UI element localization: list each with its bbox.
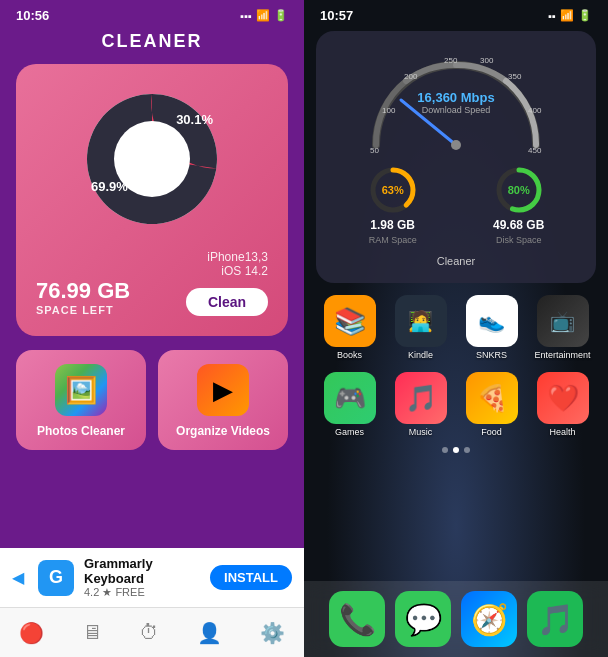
pie-card: 30.1% 69.9% 76.99 GB SPACE LEFT iPhone13… [16, 64, 288, 336]
photos-icon: 🖼️ [55, 364, 107, 416]
svg-text:400: 400 [528, 106, 542, 115]
ram-label: RAM Space [369, 235, 417, 245]
status-icons-right: ▪▪ 📶 🔋 [548, 9, 592, 22]
free-percent: 69.9% [91, 179, 128, 194]
snkrs-icon: 👟 [466, 295, 518, 347]
food-label: Food [481, 427, 502, 437]
dock-safari[interactable]: 🧭 [461, 591, 517, 647]
clean-button[interactable]: Clean [186, 288, 268, 316]
disk-pct: 80% [508, 184, 530, 196]
dot-2 [453, 447, 459, 453]
ad-name: Grammarly Keyboard [84, 556, 200, 586]
music-icon: 🎵 [395, 372, 447, 424]
music-label: Music [409, 427, 433, 437]
photos-cleaner-card[interactable]: 🖼️ Photos Cleaner [16, 350, 146, 450]
dock: 📞 💬 🧭 🎵 [304, 581, 608, 657]
metrics-row: 63% 1.98 GB RAM Space 80% 49.68 GB Disk … [330, 165, 582, 245]
nav-speed-icon[interactable]: ⏱ [139, 621, 159, 644]
app-music[interactable]: 🎵 Music [389, 372, 452, 437]
ram-value: 1.98 GB [370, 218, 415, 232]
app-snkrs[interactable]: 👟 SNKRS [460, 295, 523, 360]
disk-circle: 80% [494, 165, 544, 215]
svg-point-3 [451, 140, 461, 150]
snkrs-label: SNKRS [476, 350, 507, 360]
app-entertainment[interactable]: 📺 Entertainment [531, 295, 594, 360]
ram-circle: 63% [368, 165, 418, 215]
kindle-label: Kindle [408, 350, 433, 360]
widget-title: Cleaner [437, 255, 476, 267]
dock-spotify[interactable]: 🎵 [527, 591, 583, 647]
nav-settings-icon[interactable]: ⚙️ [260, 621, 285, 645]
disk-value: 49.68 GB [493, 218, 544, 232]
speed-label: Download Speed [417, 105, 494, 115]
status-bar-right: 10:57 ▪▪ 📶 🔋 [304, 0, 608, 27]
tools-row: 🖼️ Photos Cleaner ▶ Organize Videos [16, 350, 288, 450]
install-button[interactable]: INSTALL [210, 565, 292, 590]
ad-arrow-icon: ◀ [12, 568, 24, 587]
speedometer-container: 50 100 200 250 300 350 400 450 16,360 Mb… [330, 45, 582, 155]
health-label: Health [549, 427, 575, 437]
pie-svg [77, 84, 227, 234]
app-food[interactable]: 🍕 Food [460, 372, 523, 437]
cleaner-widget: 50 100 200 250 300 350 400 450 16,360 Mb… [316, 31, 596, 283]
wifi-icon: 📶 [256, 9, 270, 22]
food-icon: 🍕 [466, 372, 518, 424]
left-phone: 10:56 ▪▪▪ 📶 🔋 CLEANER 30.1% 69.9% [0, 0, 304, 657]
app-kindle[interactable]: 🧑‍💻 Kindle [389, 295, 452, 360]
entertainment-label: Entertainment [534, 350, 590, 360]
signal-right-icon: ▪▪ [548, 10, 556, 22]
ad-info: Grammarly Keyboard 4.2 ★ FREE [84, 556, 200, 599]
svg-text:350: 350 [508, 72, 522, 81]
health-icon: ❤️ [537, 372, 589, 424]
dot-1 [442, 447, 448, 453]
dot-3 [464, 447, 470, 453]
kindle-icon: 🧑‍💻 [395, 295, 447, 347]
dock-messages[interactable]: 💬 [395, 591, 451, 647]
organize-videos-card[interactable]: ▶ Organize Videos [158, 350, 288, 450]
app-grid-row1: 📚 Books 🧑‍💻 Kindle 👟 SNKRS 📺 Entertainme… [304, 291, 608, 364]
disk-metric: 80% 49.68 GB Disk Space [493, 165, 544, 245]
nav-cleaner-icon[interactable]: 🔴 [19, 621, 44, 645]
videos-icon: ▶ [197, 364, 249, 416]
speedometer: 50 100 200 250 300 350 400 450 16,360 Mb… [356, 45, 556, 155]
app-games[interactable]: 🎮 Games [318, 372, 381, 437]
used-percent: 30.1% [176, 112, 213, 127]
signal-icon: ▪▪▪ [240, 10, 252, 22]
speed-mbps: 16,360 Mbps [417, 90, 494, 105]
entertainment-icon: 📺 [537, 295, 589, 347]
nav-contacts-icon[interactable]: 👤 [197, 621, 222, 645]
svg-text:250: 250 [444, 56, 458, 65]
app-health[interactable]: ❤️ Health [531, 372, 594, 437]
storage-label: SPACE LEFT [36, 304, 130, 316]
disk-label: Disk Space [496, 235, 542, 245]
status-icons-left: ▪▪▪ 📶 🔋 [240, 9, 288, 22]
app-grid-row2: 🎮 Games 🎵 Music 🍕 Food ❤️ Health [304, 368, 608, 441]
games-icon: 🎮 [324, 372, 376, 424]
status-bar-left: 10:56 ▪▪▪ 📶 🔋 [0, 0, 304, 27]
svg-text:300: 300 [480, 56, 494, 65]
dock-phone[interactable]: 📞 [329, 591, 385, 647]
storage-row: 76.99 GB SPACE LEFT iPhone13,3 iOS 14.2 … [36, 250, 268, 316]
ram-metric: 63% 1.98 GB RAM Space [368, 165, 418, 245]
storage-info: 76.99 GB SPACE LEFT [36, 278, 130, 316]
svg-text:100: 100 [382, 106, 396, 115]
storage-gb: 76.99 GB [36, 278, 130, 304]
right-phone: 10:57 ▪▪ 📶 🔋 [304, 0, 608, 657]
wifi-right-icon: 📶 [560, 9, 574, 22]
videos-label: Organize Videos [176, 424, 270, 438]
ad-rating: 4.2 ★ FREE [84, 586, 200, 599]
page-dots [304, 447, 608, 453]
photos-label: Photos Cleaner [37, 424, 125, 438]
widget-title-row: Cleaner [330, 251, 582, 269]
ad-logo: G [38, 560, 74, 596]
bottom-nav: 🔴 🖥 ⏱ 👤 ⚙️ [0, 607, 304, 657]
books-label: Books [337, 350, 362, 360]
battery-icon: 🔋 [274, 9, 288, 22]
time-left: 10:56 [16, 8, 49, 23]
svg-text:200: 200 [404, 72, 418, 81]
svg-text:450: 450 [528, 146, 542, 155]
nav-cpu-icon[interactable]: 🖥 [82, 621, 102, 644]
ram-pct: 63% [382, 184, 404, 196]
app-books[interactable]: 📚 Books [318, 295, 381, 360]
books-icon: 📚 [324, 295, 376, 347]
